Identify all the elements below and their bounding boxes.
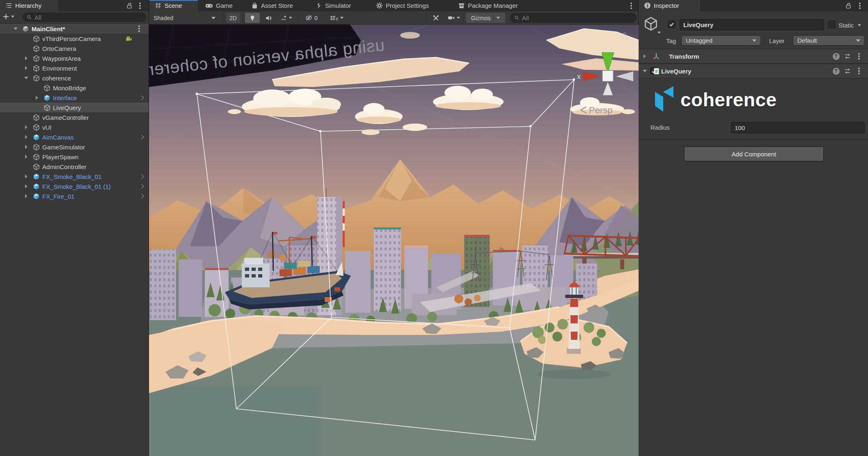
static-checkbox[interactable] (828, 21, 836, 28)
hierarchy-lock-icon[interactable] (125, 0, 134, 11)
hierarchy-item-ortocamera[interactable]: OrtoCamera (0, 44, 149, 53)
gameobject-active-checkbox[interactable] (668, 21, 676, 28)
hierarchy-item-interface[interactable]: Interface (0, 93, 149, 103)
toggle-2d-button[interactable]: 2D (226, 13, 240, 23)
scene-tools-button[interactable] (429, 13, 443, 23)
gizmo-y-label: y (606, 44, 610, 52)
hierarchy-tabbar: Hierarchy (0, 0, 149, 11)
hierarchy-item-environment[interactable]: Environment (0, 63, 149, 73)
shading-mode-dropdown[interactable]: Shaded (151, 13, 219, 23)
inspector-panel: Inspector Static Tag Untagged Layer Defa… (639, 0, 868, 456)
tag-label: Tag (666, 37, 676, 44)
grid-visibility-button[interactable]: Y (325, 13, 348, 23)
static-dropdown-caret[interactable] (858, 24, 861, 26)
coherence-logo-text: coherence (680, 89, 777, 111)
scene-search[interactable] (510, 13, 637, 23)
prefab-open-chevron-icon[interactable] (138, 93, 145, 103)
hierarchy-item-fx-smoke-black-01[interactable]: FX_Smoke_Black_01 (0, 172, 149, 181)
component-menu-icon[interactable] (854, 52, 863, 61)
create-object-button[interactable] (2, 13, 14, 20)
inspector-divider (639, 140, 868, 140)
radius-input[interactable] (735, 124, 861, 131)
component-menu-icon[interactable] (854, 66, 863, 76)
tab-simulator[interactable]: Simulator (310, 0, 356, 11)
layer-dropdown[interactable]: Default (793, 35, 865, 46)
scene-toolbar: Shaded 2D 0 Y Gizmos (149, 11, 638, 25)
hierarchy-menu-icon[interactable] (135, 0, 144, 11)
hierarchy-item-admincontroller[interactable]: AdminController (0, 162, 149, 172)
hierarchy-tab-label: Hierarchy (15, 2, 41, 9)
scene-menu-icon[interactable] (135, 24, 143, 34)
gameobject-icon[interactable] (644, 16, 660, 34)
prefab-open-chevron-icon[interactable] (138, 181, 145, 191)
transform-icon (652, 52, 661, 61)
scene-viewport[interactable]: using alpha version of coherence y x Per… (149, 25, 639, 456)
tab-scene[interactable]: Scene (149, 0, 198, 11)
scene-effects-button[interactable] (276, 13, 296, 23)
transform-component-header[interactable]: Transform ? (639, 49, 868, 64)
scene-tabbar: Scene Game Asset Store Simulator Project… (149, 0, 638, 11)
inspector-menu-icon[interactable] (855, 0, 864, 11)
hierarchy-search[interactable] (23, 13, 146, 22)
persp-label: Persp (589, 105, 612, 115)
tag-dropdown[interactable]: Untagged (681, 35, 761, 46)
tab-asset-store[interactable]: Asset Store (246, 0, 298, 11)
help-icon[interactable]: ? (831, 66, 841, 76)
coherence-logo: coherence (655, 86, 777, 113)
tab-inspector[interactable]: Inspector (639, 0, 700, 11)
livequery-component-header[interactable]: LiveQuery ? (639, 64, 868, 78)
tab-hierarchy[interactable]: Hierarchy (0, 0, 58, 11)
hierarchy-search-input[interactable] (34, 14, 142, 21)
hierarchy-item-fx-smoke-black-01-1[interactable]: FX_Smoke_Black_01 (1) (0, 181, 149, 191)
radius-label: Radius (650, 124, 670, 131)
radius-field[interactable] (731, 122, 865, 133)
add-component-button[interactable]: Add Component (684, 147, 824, 161)
hierarchy-toolbar (0, 11, 149, 23)
hierarchy-item-monobridge[interactable]: MonoBridge (0, 83, 149, 93)
tab-project-settings[interactable]: Project Settings (371, 0, 434, 11)
tab-game[interactable]: Game (200, 0, 238, 11)
camera-badge-icon (125, 34, 133, 44)
livequery-foldout-arrow[interactable] (640, 66, 649, 76)
hidden-objects-button[interactable]: 0 (301, 13, 322, 23)
hierarchy-item-playerspawn[interactable]: PlayerSpawn (0, 152, 149, 162)
hierarchy-item-vgamecontroller[interactable]: vGameController (0, 112, 149, 122)
scene-tabbar-menu-icon[interactable] (627, 0, 636, 11)
scene-camera-button[interactable] (444, 13, 464, 23)
prefab-open-chevron-icon[interactable] (138, 172, 145, 181)
layer-label: Layer (769, 37, 785, 44)
hierarchy-item-mainclient[interactable]: MainClient* (0, 24, 149, 34)
hierarchy-item-vthirdpersoncamera[interactable]: vThirdPersonCamera (0, 34, 149, 44)
scene-lighting-button[interactable] (245, 13, 260, 23)
help-icon[interactable]: ? (831, 52, 841, 61)
inspector-lock-icon[interactable] (844, 0, 853, 11)
tab-package-manager[interactable]: Package Manager (453, 0, 523, 11)
presets-icon[interactable] (843, 66, 852, 76)
hierarchy-item-vui[interactable]: vUI (0, 122, 149, 132)
inspector-tabbar: Inspector (639, 0, 868, 11)
scene-audio-button[interactable] (261, 13, 275, 23)
gameobject-name-field[interactable] (680, 19, 824, 30)
static-label: Static (838, 22, 854, 29)
presets-icon[interactable] (843, 52, 852, 61)
transform-foldout-arrow[interactable] (640, 52, 649, 61)
hierarchy-panel: Hierarchy MainClient* vThirdPersonCamera… (0, 0, 149, 456)
script-icon (652, 66, 661, 76)
hierarchy-item-coherence[interactable]: coherence (0, 73, 149, 83)
hierarchy-item-gamesimulator[interactable]: GameSimulator (0, 142, 149, 152)
scene-canvas[interactable]: using alpha version of coherence y x Per… (149, 25, 639, 456)
gizmos-dropdown[interactable]: Gizmos (466, 13, 505, 23)
gizmo-x-label: x (577, 73, 581, 80)
prefab-open-chevron-icon[interactable] (138, 132, 145, 142)
hierarchy-item-fx-fire-01[interactable]: FX_Fire_01 (0, 191, 149, 201)
scene-panel: Scene Game Asset Store Simulator Project… (149, 0, 639, 456)
gizmo-center-cube[interactable] (602, 71, 613, 81)
coherence-logo-glyph (655, 86, 674, 113)
gameobject-name-input[interactable] (683, 21, 820, 28)
hierarchy-item-livequery[interactable]: LiveQuery (0, 103, 149, 112)
hierarchy-item-aimcanvas[interactable]: AimCanvas (0, 132, 149, 142)
hierarchy-item-waypointarea[interactable]: WaypointArea (0, 53, 149, 63)
scene-search-input[interactable] (522, 14, 632, 21)
prefab-open-chevron-icon[interactable] (138, 191, 145, 201)
